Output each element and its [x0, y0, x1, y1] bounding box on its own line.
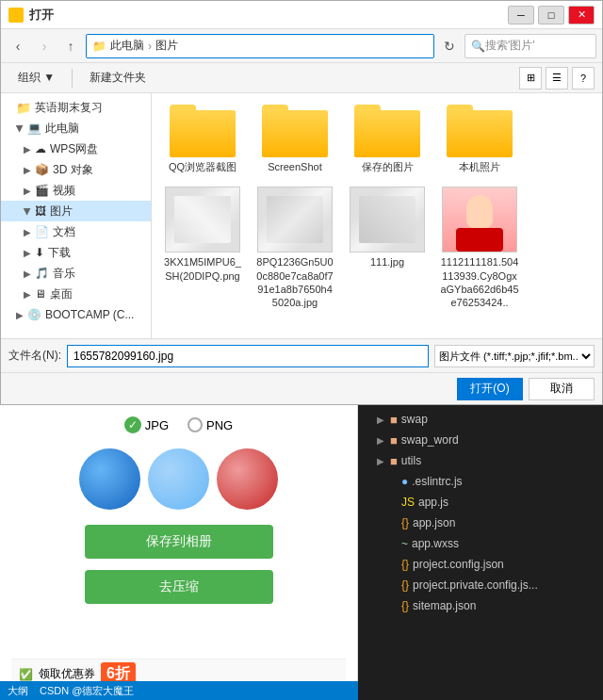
sidebar-item-desktop[interactable]: ▶ 🖥 桌面 — [1, 284, 151, 304]
sidebar-item-thispc[interactable]: ▶ 💻 此电脑 — [1, 118, 151, 138]
sidebar-label: 英语期末复习 — [35, 100, 103, 116]
breadcrumb[interactable]: 📁 此电脑 › 图片 — [86, 34, 434, 58]
toolbar: 组织 ▼ 新建文件夹 ⊞ ☰ ? — [1, 63, 602, 93]
tree-item-appjson[interactable]: {} app.json — [358, 513, 603, 533]
tree-label: utils — [401, 454, 421, 467]
arrow-icon: ▶ — [16, 310, 24, 320]
image-portrait[interactable]: 1112111181.504113939.Cy8OgxaGYba662d6b45… — [436, 183, 523, 313]
file-label: 3KX1M5IMPU6_SH(20DIPQ.png — [163, 255, 242, 283]
tree-item-project-private[interactable]: {} project.private.config.js... — [358, 575, 603, 595]
folder-label: 本机照片 — [459, 160, 500, 173]
tree-item-sitemap[interactable]: {} sitemap.json — [358, 595, 603, 616]
new-folder-label: 新建文件夹 — [90, 70, 146, 86]
sidebar-item-downloads[interactable]: ▶ ⬇ 下载 — [1, 242, 151, 263]
file-label: 1112111181.504113939.Cy8OgxaGYba662d6b45… — [440, 255, 519, 309]
json-icon: {} — [401, 516, 409, 529]
tree-arrow-icon: ▶ — [377, 456, 386, 466]
forward-button[interactable]: › — [33, 35, 56, 57]
sidebar-label: 桌面 — [50, 286, 73, 302]
search-box[interactable]: 🔍 搜索'图片' — [464, 34, 596, 58]
image-thumbnail — [165, 187, 240, 252]
tree-item-appwxss[interactable]: ~ app.wxss — [358, 533, 603, 554]
open-button[interactable]: 打开(O) — [457, 378, 523, 400]
filename-label: 文件名(N): — [8, 348, 61, 364]
dialog-title: 打开 — [29, 7, 54, 24]
image-111[interactable]: 111.jpg — [344, 183, 431, 313]
help-button[interactable]: ? — [572, 67, 595, 90]
image-8pq[interactable]: 8PQ1236Gn5U00c880e7ca8a0f791e1a8b7650h45… — [252, 183, 338, 313]
promo-icon: ✅ — [19, 668, 33, 681]
tree-item-appjs[interactable]: JS app.js — [358, 492, 603, 513]
file-tree-panel: ▶ ■ swap ▶ ■ swap_word ▶ ■ utils ● .esli… — [358, 405, 603, 700]
sidebar-label: 3D 对象 — [53, 162, 93, 178]
back-button[interactable]: ‹ — [7, 35, 29, 57]
titlebar-controls: ─ □ ✕ — [508, 6, 595, 24]
filename-input[interactable] — [67, 345, 429, 367]
tree-label: app.wxss — [412, 537, 459, 550]
organize-button[interactable]: 组织 ▼ — [8, 67, 64, 90]
arrow-icon: ▶ — [24, 227, 31, 237]
save-to-album-button[interactable]: 保存到相册 — [85, 525, 273, 559]
png-radio — [187, 417, 203, 432]
sidebar-item-video[interactable]: ▶ 🎬 视频 — [1, 180, 151, 201]
dialog-title-icon — [8, 8, 24, 23]
sidebar-label: WPS网盘 — [50, 141, 98, 157]
new-folder-button[interactable]: 新建文件夹 — [80, 67, 155, 90]
folder-icon: ■ — [390, 433, 398, 448]
maximize-button[interactable]: □ — [538, 6, 564, 24]
discount-value: 6折 — [106, 665, 130, 681]
view-icon-button[interactable]: ⊞ — [519, 67, 542, 90]
video-icon: 🎬 — [35, 184, 49, 197]
color-display — [79, 448, 278, 510]
file-grid: QQ浏览器截图 ScreenShot 保存的图片 — [159, 101, 595, 313]
tree-item-eslintrc[interactable]: ● .eslintrc.js — [358, 471, 603, 492]
view-list-button[interactable]: ☰ — [546, 67, 568, 90]
main-area: 📁 英语期末复习 ▶ 💻 此电脑 ▶ ☁ WPS网盘 ▶ 📦 3D 对象 ▶ 🎬 — [1, 93, 602, 338]
arrow-icon: ▶ — [24, 269, 31, 279]
close-button[interactable]: ✕ — [568, 6, 595, 24]
disk-icon: 💿 — [27, 308, 41, 321]
folder-screenshot[interactable]: ScreenShot — [252, 101, 338, 177]
sidebar-item-music[interactable]: ▶ 🎵 音乐 — [1, 263, 151, 284]
sidebar-label: 下载 — [48, 245, 71, 261]
up-button[interactable]: ↑ — [59, 35, 82, 57]
folder-saved[interactable]: 保存的图片 — [344, 101, 431, 177]
sidebar-label: BOOTCAMP (C... — [45, 308, 134, 321]
folder-local-photos[interactable]: 本机照片 — [436, 101, 523, 177]
folder-qq[interactable]: QQ浏览器截图 — [159, 101, 246, 177]
action-bar: 打开(O) 取消 — [1, 372, 602, 404]
compress-button[interactable]: 去压缩 — [85, 570, 273, 604]
folder-label: ScreenShot — [268, 160, 321, 173]
json-icon: {} — [401, 599, 409, 612]
sidebar-item-3d[interactable]: ▶ 📦 3D 对象 — [1, 159, 151, 180]
file-area: QQ浏览器截图 ScreenShot 保存的图片 — [152, 93, 602, 338]
filetype-select[interactable]: 图片文件 (*.tiff;*.pjp;*.jfif;*.bm... — [434, 345, 595, 367]
tree-label: app.js — [418, 496, 448, 509]
folder-label: 保存的图片 — [362, 160, 414, 173]
blue-ball-1 — [79, 448, 140, 510]
cancel-button[interactable]: 取消 — [529, 378, 595, 400]
tree-item-project-config[interactable]: {} project.config.json — [358, 554, 603, 575]
minimize-button[interactable]: ─ — [508, 6, 534, 24]
computer-icon: 💻 — [27, 122, 41, 135]
sidebar-item-english[interactable]: 📁 英语期末复习 — [1, 97, 151, 118]
tree-item-swap-word[interactable]: ▶ ■ swap_word — [358, 430, 603, 450]
blue-ball-2 — [148, 448, 209, 510]
refresh-button[interactable]: ↻ — [438, 35, 461, 57]
sidebar-item-bootcamp[interactable]: ▶ 💿 BOOTCAMP (C... — [1, 304, 151, 325]
filename-bar: 文件名(N): 图片文件 (*.tiff;*.pjp;*.jfif;*.bm..… — [1, 338, 602, 372]
sidebar-item-docs[interactable]: ▶ 📄 文档 — [1, 221, 151, 242]
png-option[interactable]: PNG — [187, 417, 233, 432]
sidebar-item-pictures[interactable]: ▶ 🖼 图片 — [1, 201, 151, 221]
png-label: PNG — [206, 418, 233, 432]
tree-item-swap[interactable]: ▶ ■ swap — [358, 409, 603, 430]
sidebar-item-wps[interactable]: ▶ ☁ WPS网盘 — [1, 138, 151, 159]
jpg-option[interactable]: ✓ JPG — [124, 416, 169, 433]
tree-item-utils[interactable]: ▶ ■ utils — [358, 450, 603, 471]
compress-label: 去压缩 — [159, 578, 199, 595]
image-3kx[interactable]: 3KX1M5IMPU6_SH(20DIPQ.png — [159, 183, 246, 313]
portrait-body — [456, 228, 503, 252]
tree-label: swap — [401, 413, 428, 426]
image-thumbnail — [350, 187, 425, 252]
open-label: 打开(O) — [470, 382, 509, 395]
